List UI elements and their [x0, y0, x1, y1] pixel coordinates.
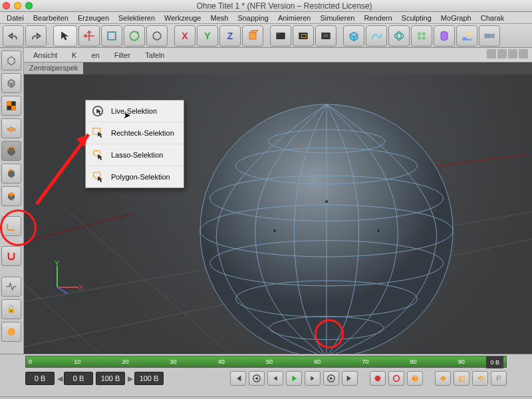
menu-datei[interactable]: Datei — [3, 13, 28, 23]
next-frame-button[interactable] — [305, 371, 321, 386]
camera-button[interactable] — [479, 25, 500, 47]
lock-button[interactable]: 🔒 — [1, 299, 21, 319]
keyselect-button[interactable]: ? — [407, 371, 423, 386]
model-mode-button[interactable] — [1, 73, 21, 93]
prev-frame-button[interactable] — [267, 371, 283, 386]
menu-simulieren[interactable]: Simulieren — [316, 13, 358, 23]
zoom-icon[interactable] — [25, 2, 33, 9]
key-param-button[interactable]: P — [491, 371, 507, 386]
sphere-object[interactable] — [197, 101, 456, 354]
tick: 40 — [218, 358, 225, 365]
timeline-ruler[interactable]: 0 10 20 30 40 50 60 70 80 90 100 0 B — [25, 356, 507, 368]
svg-line-25 — [24, 234, 157, 354]
frame-end[interactable]: 100 B — [134, 372, 164, 385]
render-settings-button[interactable] — [315, 25, 336, 47]
menu-erzeugen[interactable]: Erzeugen — [74, 13, 113, 23]
prev-key-button[interactable] — [249, 371, 265, 386]
vtab-tafeln[interactable]: Tafeln — [138, 49, 171, 61]
viewport-tabs: Ansicht K en Filter Tafeln — [24, 48, 532, 63]
key-rot-button[interactable]: ⟲ — [472, 371, 488, 386]
menu-werkzeuge[interactable]: Werkzeuge — [160, 13, 205, 23]
svg-rect-17 — [7, 101, 11, 106]
deformer-button[interactable] — [434, 25, 455, 47]
menu-charakter[interactable]: Charak — [477, 13, 508, 23]
svg-point-4 — [277, 33, 279, 35]
popup-live-selection[interactable]: Live-Selektion — [86, 100, 184, 122]
menu-selektieren[interactable]: Selektieren — [114, 13, 159, 23]
axis-mode-button[interactable] — [1, 216, 21, 236]
soft-select-button[interactable] — [1, 277, 21, 297]
close-icon[interactable] — [3, 2, 10, 9]
minimize-icon[interactable] — [14, 2, 21, 9]
render-button[interactable] — [270, 25, 291, 47]
menu-snapping[interactable]: Snapping — [233, 13, 273, 23]
edges-mode-button[interactable] — [1, 164, 21, 184]
popup-poly-selection[interactable]: Polygon-Selektion — [86, 166, 184, 188]
make-editable-button[interactable] — [1, 51, 21, 70]
playbar: 0 B ◀ 0 B 100 B ▶ 100 B ? ✥ ◱ ⟲ P — [25, 370, 507, 386]
key-pos-button[interactable]: ✥ — [435, 371, 451, 386]
svg-rect-15 — [485, 33, 491, 38]
maximize-icon[interactable] — [519, 49, 528, 59]
svg-point-10 — [418, 32, 421, 35]
tick: 60 — [314, 358, 321, 365]
tick: 10 — [74, 358, 80, 365]
spline-button[interactable] — [366, 25, 387, 47]
menu-animieren[interactable]: Animieren — [274, 13, 315, 23]
coord-system-button[interactable] — [242, 25, 263, 47]
menu-bearbeiten[interactable]: Bearbeiten — [29, 13, 72, 23]
popup-lasso-selection[interactable]: Lasso-Selektion — [86, 144, 184, 166]
cube-primitive-button[interactable] — [343, 25, 364, 47]
workplane-button[interactable] — [1, 118, 21, 138]
move-tool-button[interactable] — [78, 25, 100, 47]
undo-button[interactable] — [3, 25, 24, 47]
menu-mesh[interactable]: Mesh — [206, 13, 232, 23]
perspective-label: Zentralperspek — [24, 63, 83, 74]
scale-tool-button[interactable] — [101, 25, 122, 47]
pan-icon[interactable] — [487, 49, 496, 59]
recent-tool-button[interactable] — [146, 25, 168, 47]
tweak-button[interactable] — [1, 322, 21, 342]
main-toolbar: X Y Z — [0, 24, 532, 48]
array-button[interactable] — [411, 25, 432, 47]
axis-z-button[interactable]: Z — [219, 25, 241, 47]
axis-y-button[interactable]: Y — [197, 25, 218, 47]
autokey-button[interactable] — [388, 371, 404, 386]
vtab-filter[interactable]: Filter — [108, 49, 137, 61]
svg-point-55 — [394, 376, 400, 382]
frame-current[interactable]: 100 B — [96, 372, 125, 385]
vtab-ansicht[interactable]: Ansicht — [27, 49, 64, 61]
key-scale-button[interactable]: ◱ — [454, 371, 469, 386]
svg-point-41 — [273, 229, 276, 232]
popup-rect-selection[interactable]: Rechteck-Selektion — [86, 122, 184, 144]
menu-rendern[interactable]: Rendern — [360, 13, 396, 23]
selection-tool-button[interactable] — [53, 25, 77, 47]
next-key-button[interactable] — [323, 371, 339, 386]
svg-rect-18 — [11, 106, 16, 110]
menu-sculpting[interactable]: Sculpting — [398, 13, 436, 23]
frame-prev[interactable]: 0 B — [64, 372, 93, 385]
environment-button[interactable] — [456, 25, 477, 47]
rotate-tool-button[interactable] — [124, 25, 145, 47]
vtab-kameras[interactable]: K — [65, 49, 83, 61]
axis-x-button[interactable]: X — [174, 25, 196, 47]
orbit-icon[interactable] — [508, 49, 517, 59]
polygons-mode-button[interactable] — [1, 186, 21, 206]
viewport[interactable]: Ansicht K en Filter Tafeln — [24, 48, 532, 354]
vtab-darstellen[interactable]: en — [84, 49, 106, 61]
render-region-button[interactable] — [293, 25, 314, 47]
goto-start-button[interactable] — [230, 371, 246, 386]
rect-selection-icon — [91, 126, 104, 140]
titlebar: Ohne Titel 1 * (NFR Version – Restricted… — [0, 0, 532, 12]
menu-mograph[interactable]: MoGraph — [437, 13, 475, 23]
texture-mode-button[interactable] — [1, 96, 21, 116]
redo-button[interactable] — [25, 25, 47, 47]
points-mode-button[interactable] — [1, 141, 21, 161]
nurbs-button[interactable] — [388, 25, 410, 47]
dolly-icon[interactable] — [497, 49, 507, 59]
snap-button[interactable] — [1, 246, 21, 266]
frame-start[interactable]: 0 B — [25, 372, 55, 385]
goto-end-button[interactable] — [342, 371, 358, 386]
play-button[interactable] — [286, 371, 302, 386]
record-button[interactable] — [370, 371, 386, 386]
